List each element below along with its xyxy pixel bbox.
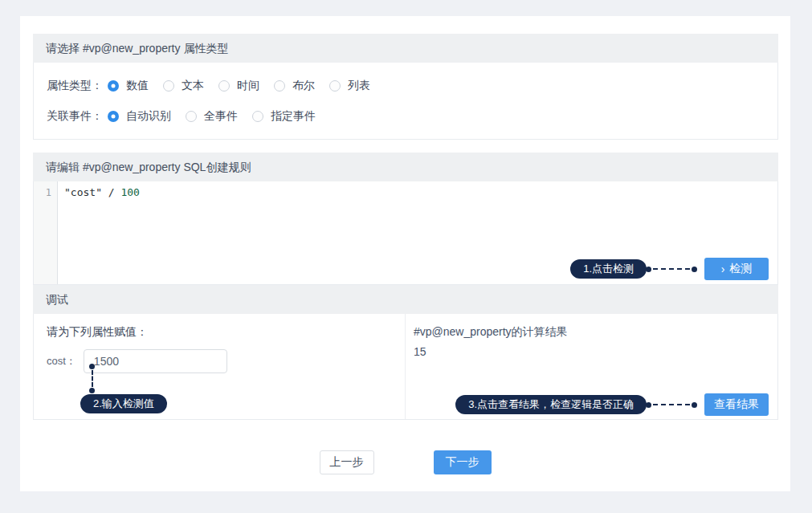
radio-label: 自动识别 — [126, 109, 171, 124]
input-guide-connector — [89, 364, 95, 393]
connector-dashed-line — [92, 370, 93, 387]
radio-option-text[interactable]: 文本 — [163, 79, 204, 93]
related-event-row: 关联事件： 自动识别 全事件 指定事件 — [47, 104, 765, 128]
detect-button-label: 检测 — [729, 262, 752, 276]
section-title: 请选择 #vp@new_property 属性类型 — [46, 42, 228, 55]
view-result-button-label: 查看结果 — [714, 397, 759, 412]
detect-guide-row: 1.点击检测 › 检测 — [570, 258, 769, 280]
wizard-card: 请选择 #vp@new_property 属性类型 属性类型： 数值 文本 时间… — [20, 16, 790, 491]
property-type-row: 属性类型： 数值 文本 时间 布尔 列表 — [47, 74, 765, 98]
view-result-guide-row: 3.点击查看结果，检查逻辑是否正确 查看结果 — [455, 393, 769, 416]
radio-checked-icon — [108, 111, 119, 122]
code-number-literal: 100 — [120, 186, 139, 198]
previous-step-button[interactable]: 上一步 — [320, 450, 374, 474]
radio-option-list[interactable]: 列表 — [329, 79, 370, 93]
editor-gutter: 1 — [34, 181, 58, 284]
next-step-button[interactable]: 下一步 — [434, 450, 492, 474]
tooltip-enter-test-value: 2.输入检测值 — [80, 394, 167, 413]
radio-label: 时间 — [237, 79, 259, 93]
detect-button[interactable]: › 检测 — [704, 258, 769, 280]
radio-unchecked-icon — [252, 111, 263, 122]
debug-panel: 请为下列属性赋值： cost： 2.输入检测值 #vp@new_property… — [33, 314, 778, 420]
radio-unchecked-icon — [218, 80, 230, 92]
tooltip-click-detect: 1.点击检测 — [570, 259, 647, 279]
radio-unchecked-icon — [163, 80, 174, 92]
cost-value-input[interactable] — [84, 349, 227, 373]
property-type-label: 属性类型： — [47, 79, 103, 93]
radio-option-bool[interactable]: 布尔 — [274, 79, 315, 93]
code-expression: "cost" / — [64, 186, 120, 198]
connector-dashed-line — [653, 404, 690, 405]
radio-option-all-events[interactable]: 全事件 — [186, 109, 238, 124]
connector-dot — [692, 402, 697, 408]
radio-label: 布尔 — [292, 79, 315, 93]
cost-field-row: cost： — [47, 349, 392, 373]
connector-dot — [646, 402, 651, 408]
property-type-panel: 属性类型： 数值 文本 时间 布尔 列表 关联事件： — [33, 63, 778, 140]
connector-dot — [646, 267, 651, 272]
debug-assign-column: 请为下列属性赋值： cost： 2.输入检测值 — [34, 314, 406, 419]
right-chevron-icon: › — [721, 263, 725, 275]
radio-unchecked-icon — [329, 80, 341, 92]
section-title: 请编辑 #vp@new_property SQL创建规则 — [46, 161, 251, 173]
related-event-label: 关联事件： — [47, 109, 103, 124]
section-header-sql-rule: 请编辑 #vp@new_property SQL创建规则 — [33, 153, 778, 181]
radio-label: 列表 — [348, 79, 370, 93]
radio-option-numeric[interactable]: 数值 — [108, 79, 149, 93]
cost-field-label: cost： — [47, 354, 76, 368]
connector-dashed-line — [653, 268, 690, 270]
radio-option-specified-events[interactable]: 指定事件 — [252, 109, 316, 124]
radio-checked-icon — [108, 80, 119, 92]
code-line: "cost" / 100 — [64, 186, 771, 198]
radio-label: 全事件 — [204, 109, 238, 124]
debug-result-column: #vp@new_property的计算结果 15 3.点击查看结果，检查逻辑是否… — [406, 314, 777, 419]
radio-option-auto-detect[interactable]: 自动识别 — [108, 109, 171, 124]
section-header-property-type: 请选择 #vp@new_property 属性类型 — [33, 34, 778, 63]
view-result-button[interactable]: 查看结果 — [704, 393, 769, 416]
radio-unchecked-icon — [186, 111, 197, 122]
line-number: 1 — [46, 187, 51, 198]
result-value: 15 — [414, 345, 777, 358]
result-title: #vp@new_property的计算结果 — [414, 325, 777, 340]
radio-label: 指定事件 — [271, 109, 316, 124]
connector-dot — [692, 267, 697, 272]
connector-dot — [89, 388, 95, 393]
section-title: 调试 — [46, 293, 68, 306]
radio-label: 文本 — [182, 79, 204, 93]
tooltip-view-result: 3.点击查看结果，检查逻辑是否正确 — [455, 395, 647, 414]
wizard-footer: 上一步 下一步 — [20, 450, 790, 474]
radio-unchecked-icon — [274, 80, 285, 92]
section-header-debug: 调试 — [33, 285, 778, 314]
connector-dot — [89, 364, 95, 369]
assign-title: 请为下列属性赋值： — [47, 325, 392, 340]
radio-label: 数值 — [126, 79, 149, 93]
radio-option-time[interactable]: 时间 — [218, 79, 259, 93]
sql-code-editor: 1 "cost" / 100 1.点击检测 › 检测 — [33, 181, 778, 285]
